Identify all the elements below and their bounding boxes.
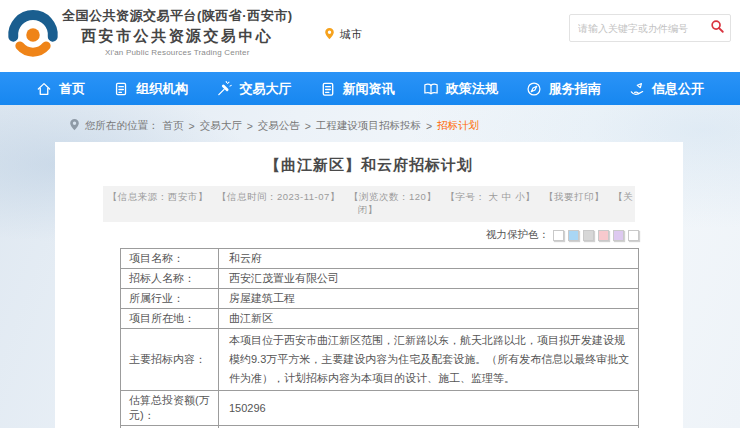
- field-label: 项目所在地：: [121, 309, 219, 329]
- content-background: 您所在的位置： 首页 > 交易大厅 > 交易公告 > 工程建设项目招标投标 > …: [0, 105, 740, 428]
- nav-label: 政策法规: [446, 80, 498, 98]
- meta-time: 【信息时间：2023-11-07】: [217, 191, 340, 202]
- field-label: 所属行业：: [121, 289, 219, 309]
- main-nav: 首页 组织机构 交易大厅 新闻资讯: [0, 72, 740, 105]
- breadcrumb-separator: >: [305, 120, 311, 132]
- eye-protect-swatch[interactable]: [568, 230, 579, 241]
- nav-item-news[interactable]: 新闻资讯: [320, 80, 395, 98]
- nav-label: 交易大厅: [239, 80, 291, 98]
- article-panel: 【曲江新区】和云府招标计划 【信息来源：西安市】 【信息时间：2023-11-0…: [55, 142, 683, 428]
- field-value: 曲江新区: [219, 309, 639, 329]
- eye-protect-label: 视力保护色：: [486, 228, 549, 242]
- breadcrumb-pin-icon: [68, 118, 81, 133]
- field-label: 项目名称：: [121, 249, 219, 269]
- breadcrumb-link-construction-bidding[interactable]: 工程建设项目招标投标: [316, 119, 421, 133]
- site-title-platform: 全国公共资源交易平台(陕西省·西安市): [62, 7, 293, 25]
- search-icon: [710, 19, 725, 37]
- field-value: 本项目位于西安市曲江新区范围，汇新路以东，航天北路以北，项目拟开发建设规模约9.…: [219, 329, 639, 391]
- field-value: 和云府: [219, 249, 639, 269]
- breadcrumb-current: 招标计划: [437, 119, 479, 133]
- breadcrumb-separator: >: [189, 120, 195, 132]
- font-size-switcher[interactable]: 【字号： 大 中 小】: [445, 191, 534, 202]
- nav-item-home[interactable]: 首页: [36, 80, 85, 98]
- breadcrumb-separator: >: [247, 120, 253, 132]
- field-label: 估算总投资额(万元)：: [121, 391, 219, 426]
- page-title: 【曲江新区】和云府招标计划: [55, 142, 683, 175]
- meta-view-count: 【浏览次数：120】: [349, 191, 436, 202]
- open-book-icon: [423, 81, 439, 97]
- eye-protect-swatch[interactable]: [613, 230, 624, 241]
- eye-protect-row: 视力保护色：: [55, 222, 683, 242]
- table-row: 所属行业： 房屋建筑工程: [121, 289, 639, 309]
- gavel-icon: [216, 81, 232, 97]
- table-row: 估算总投资额(万元)： 150296: [121, 391, 639, 426]
- nav-label: 首页: [59, 80, 85, 98]
- breadcrumb-link-trade-notice[interactable]: 交易公告: [258, 119, 300, 133]
- search-input[interactable]: [578, 23, 710, 34]
- site-header: 全国公共资源交易平台(陕西省·西安市) 西安市公共资源交易中心 Xi'an Pu…: [0, 0, 740, 72]
- search-box: [569, 14, 731, 42]
- field-label: 主要招标内容：: [121, 329, 219, 391]
- table-row: 招标人名称： 西安汇茂置业有限公司: [121, 269, 639, 289]
- document-icon: [113, 81, 129, 97]
- nav-label: 服务指南: [549, 80, 601, 98]
- hand-share-icon: [629, 81, 645, 97]
- site-title-english: Xi'an Public Resources Trading Center: [62, 48, 293, 57]
- nav-item-policies[interactable]: 政策法规: [423, 80, 498, 98]
- eye-protect-swatch[interactable]: [553, 230, 564, 241]
- city-label: 城市: [340, 27, 362, 42]
- breadcrumb-prefix: 您所在的位置：: [85, 119, 159, 133]
- nav-label: 组织机构: [136, 80, 188, 98]
- home-icon: [36, 81, 52, 97]
- field-value: 房屋建筑工程: [219, 289, 639, 309]
- breadcrumb: 您所在的位置： 首页 > 交易大厅 > 交易公告 > 工程建设项目招标投标 > …: [0, 105, 740, 133]
- print-button[interactable]: 【我要打印】: [544, 191, 604, 202]
- search-button[interactable]: [710, 19, 725, 37]
- eye-protect-swatch[interactable]: [628, 230, 639, 241]
- table-row: 项目名称： 和云府: [121, 249, 639, 269]
- nav-item-info-disclosure[interactable]: 信息公开: [629, 80, 704, 98]
- table-row: 主要招标内容： 本项目位于西安市曲江新区范围，汇新路以东，航天北路以北，项目拟开…: [121, 329, 639, 391]
- field-value: 西安汇茂置业有限公司: [219, 269, 639, 289]
- eye-protect-swatch[interactable]: [598, 230, 609, 241]
- meta-source: 【信息来源：西安市】: [108, 191, 208, 202]
- field-value: 150296: [219, 391, 639, 426]
- article-meta-bar: 【信息来源：西安市】 【信息时间：2023-11-07】 【浏览次数：120】 …: [103, 186, 635, 222]
- compass-icon: [526, 81, 542, 97]
- site-title-block: 全国公共资源交易平台(陕西省·西安市) 西安市公共资源交易中心 Xi'an Pu…: [62, 7, 293, 57]
- nav-label: 信息公开: [652, 80, 704, 98]
- field-label: 招标人名称：: [121, 269, 219, 289]
- table-row: 项目所在地： 曲江新区: [121, 309, 639, 329]
- city-selector[interactable]: 城市: [323, 27, 362, 42]
- news-icon: [320, 81, 336, 97]
- nav-item-organization[interactable]: 组织机构: [113, 80, 188, 98]
- site-logo-icon: [6, 8, 60, 62]
- breadcrumb-separator: >: [426, 120, 432, 132]
- bid-detail-table: 项目名称： 和云府 招标人名称： 西安汇茂置业有限公司 所属行业： 房屋建筑工程…: [120, 248, 639, 428]
- breadcrumb-link-home[interactable]: 首页: [163, 119, 184, 133]
- site-title-center: 西安市公共资源交易中心: [62, 27, 293, 46]
- eye-protect-swatch[interactable]: [583, 230, 594, 241]
- nav-item-trading-hall[interactable]: 交易大厅: [216, 80, 291, 98]
- nav-item-service-guide[interactable]: 服务指南: [526, 80, 601, 98]
- breadcrumb-link-trading-hall[interactable]: 交易大厅: [200, 119, 242, 133]
- nav-label: 新闻资讯: [343, 80, 395, 98]
- location-pin-icon: [323, 27, 336, 42]
